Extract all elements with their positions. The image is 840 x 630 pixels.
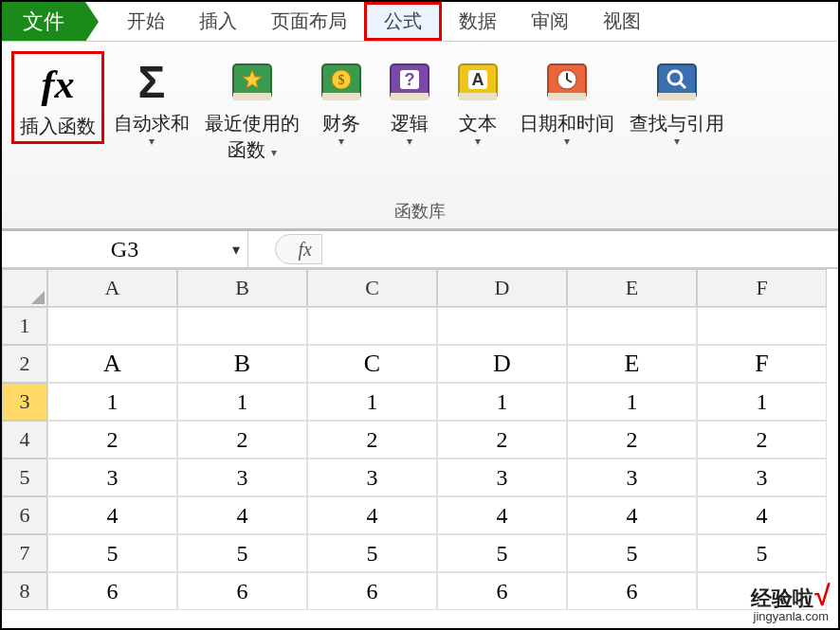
cell[interactable]: 5	[307, 534, 437, 572]
name-box[interactable]: G3 ▾	[2, 231, 248, 267]
cell[interactable]: 4	[437, 496, 567, 534]
cell[interactable]: 6	[567, 572, 697, 610]
cell[interactable]: 4	[177, 496, 307, 534]
cell[interactable]: D	[437, 345, 567, 383]
tab-file[interactable]: 文件	[2, 2, 85, 41]
tab-data[interactable]: 数据	[442, 2, 514, 41]
tab-home[interactable]: 开始	[110, 2, 182, 41]
date-time-button[interactable]: 日期和时间 ▾	[514, 51, 620, 152]
cell[interactable]: 2	[697, 421, 827, 459]
tab-formulas[interactable]: 公式	[364, 2, 442, 41]
cell[interactable]: 1	[307, 383, 437, 421]
lookup-ref-label: 查找与引用	[630, 113, 724, 134]
insert-function-button[interactable]: fx 插入函数	[11, 51, 104, 144]
row-header[interactable]: 1	[2, 307, 47, 345]
cell[interactable]: 6	[177, 572, 307, 610]
tab-review[interactable]: 审阅	[514, 2, 586, 41]
cell[interactable]	[437, 307, 567, 345]
formula-input[interactable]	[322, 234, 838, 264]
recently-used-label-2: 函数	[228, 139, 265, 160]
cell[interactable]: 1	[47, 383, 177, 421]
select-all-corner[interactable]	[2, 269, 47, 307]
chevron-down-icon: ▾	[271, 146, 277, 159]
cell[interactable]: 4	[307, 496, 437, 534]
chevron-down-icon[interactable]: ▾	[232, 241, 240, 259]
cell[interactable]: 5	[567, 534, 697, 572]
cell[interactable]: 5	[47, 534, 177, 572]
chevron-down-icon: ▾	[338, 135, 344, 148]
cell[interactable]: 6	[47, 572, 177, 610]
col-header[interactable]: F	[697, 269, 827, 307]
cell[interactable]: C	[307, 345, 437, 383]
row-header[interactable]: 8	[2, 572, 47, 610]
svg-text:?: ?	[405, 70, 415, 89]
cell[interactable]: 3	[567, 459, 697, 496]
cell[interactable]: 5	[177, 534, 307, 572]
book-search-icon	[650, 55, 703, 108]
col-header[interactable]: B	[177, 269, 307, 307]
cell[interactable]: 1	[697, 383, 827, 421]
cell[interactable]: 1	[567, 383, 697, 421]
col-header[interactable]: D	[437, 269, 567, 307]
cell[interactable]: B	[177, 345, 307, 383]
row-header[interactable]: 3	[2, 383, 47, 421]
tab-page-layout[interactable]: 页面布局	[254, 2, 364, 41]
cell[interactable]: 2	[567, 421, 697, 459]
chevron-down-icon: ▾	[564, 135, 570, 148]
cell[interactable]: 5	[437, 534, 567, 572]
cell[interactable]	[567, 307, 697, 345]
svg-rect-4	[322, 93, 360, 100]
cell[interactable]: 4	[567, 496, 697, 534]
row-header[interactable]: 2	[2, 345, 47, 383]
cell[interactable]: 5	[697, 534, 827, 572]
cell[interactable]: 3	[437, 459, 567, 496]
tab-bar: 文件 开始 插入 页面布局 公式 数据 审阅 视图	[2, 2, 838, 42]
logical-button[interactable]: ? 逻辑 ▾	[377, 51, 442, 152]
svg-text:A: A	[472, 70, 484, 89]
lookup-ref-button[interactable]: 查找与引用 ▾	[624, 51, 730, 152]
tab-insert[interactable]: 插入	[182, 2, 254, 41]
cell[interactable]	[177, 307, 307, 345]
cell[interactable]: 4	[697, 496, 827, 534]
col-header[interactable]: C	[307, 269, 437, 307]
cell[interactable]: E	[567, 345, 697, 383]
recently-used-button[interactable]: 最近使用的 函数 ▾	[199, 51, 305, 168]
row-header[interactable]: 5	[2, 459, 47, 496]
cell[interactable]: 6	[307, 572, 437, 610]
col-header[interactable]: A	[47, 269, 177, 307]
row-header[interactable]: 4	[2, 421, 47, 459]
cell[interactable]: 2	[47, 421, 177, 459]
cell[interactable]: 1	[437, 383, 567, 421]
fx-button[interactable]: fx	[275, 234, 322, 264]
row-header[interactable]: 7	[2, 534, 47, 572]
autosum-button[interactable]: Σ 自动求和 ▾	[108, 51, 195, 152]
cell[interactable]: 2	[307, 421, 437, 459]
cell[interactable]: 2	[177, 421, 307, 459]
financial-button[interactable]: $ 财务 ▾	[309, 51, 374, 152]
cell[interactable]: 3	[177, 459, 307, 496]
text-button[interactable]: A 文本 ▾	[446, 51, 510, 152]
row-header[interactable]: 6	[2, 496, 47, 534]
cell[interactable]	[697, 307, 827, 345]
cell[interactable]: 6	[437, 572, 567, 610]
sigma-icon: Σ	[125, 55, 178, 108]
cell[interactable]	[307, 307, 437, 345]
cell[interactable]	[47, 307, 177, 345]
cell[interactable]: A	[47, 345, 177, 383]
cell[interactable]: 1	[177, 383, 307, 421]
cell[interactable]: 3	[47, 459, 177, 496]
cell[interactable]: 4	[47, 496, 177, 534]
chevron-down-icon: ▾	[674, 135, 680, 148]
cell[interactable]: 3	[697, 459, 827, 496]
autosum-label: 自动求和	[114, 113, 190, 134]
col-header[interactable]: E	[567, 269, 697, 307]
cell[interactable]: 3	[307, 459, 437, 496]
svg-rect-12	[459, 93, 497, 100]
svg-rect-8	[391, 93, 429, 100]
ribbon-group-label: 函数库	[394, 200, 446, 223]
cell[interactable]: F	[697, 345, 827, 383]
watermark-url: jingyanla.com	[751, 610, 829, 622]
cell[interactable]: 2	[437, 421, 567, 459]
financial-label: 财务	[322, 113, 360, 134]
tab-view[interactable]: 视图	[586, 2, 658, 41]
